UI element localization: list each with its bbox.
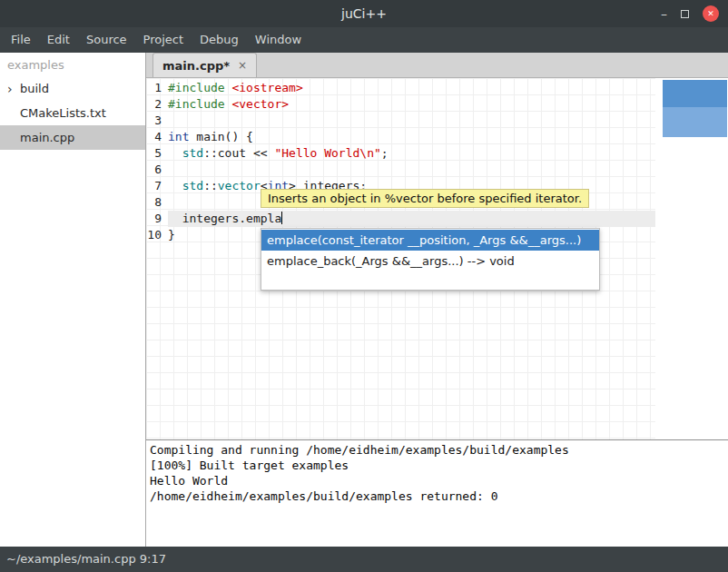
window-controls: –✕	[661, 0, 719, 27]
project-name-label: examples	[0, 53, 145, 76]
code-line-6[interactable]: 6	[146, 162, 655, 178]
code-line-9[interactable]: 9 integers.empla	[146, 211, 655, 227]
code-line-1[interactable]: 1#include <iostream>	[146, 80, 655, 96]
tab-close-icon[interactable]: ×	[238, 59, 247, 72]
maximize-button[interactable]	[681, 10, 689, 18]
chevron-right-icon: ›	[7, 83, 20, 95]
line-number: 1	[146, 80, 168, 96]
tree-item-label: CMakeLists.txt	[20, 106, 106, 120]
code-line-3[interactable]: 3	[146, 113, 655, 129]
code-token: int	[168, 130, 189, 143]
code-token: main() {	[189, 130, 252, 143]
statusbar: ~/examples/main.cpp 9:17	[0, 547, 728, 572]
juci-window: juCi++ –✕ FileEditSourceProjectDebugWind…	[0, 0, 728, 572]
code-text	[168, 162, 655, 178]
scroll-overview-bottom	[663, 107, 727, 137]
line-number: 8	[146, 194, 168, 211]
code-text	[168, 113, 655, 129]
code-token: <vector>	[231, 97, 289, 111]
code-area[interactable]: 1#include <iostream>2#include <vector>34…	[146, 80, 655, 243]
code-token: "Hello World\n"	[274, 146, 380, 160]
code-text: #include <vector>	[168, 96, 655, 113]
terminal-line-1: [100%] Built target examples	[150, 458, 724, 473]
tree-item-label: build	[20, 82, 49, 95]
terminal-output[interactable]: Compiling and running /home/eidheim/exam…	[146, 439, 728, 547]
menu-item-file[interactable]: File	[3, 27, 39, 53]
line-number: 2	[146, 96, 168, 113]
code-token	[168, 146, 182, 160]
tabbar: main.cpp*×	[146, 53, 728, 78]
code-line-5[interactable]: 5 std::cout << "Hello World\n";	[146, 145, 655, 162]
line-number: 5	[146, 145, 168, 162]
code-token: std	[182, 146, 203, 160]
code-text: std::cout << "Hello World\n";	[168, 145, 655, 162]
code-token: std	[182, 179, 203, 192]
line-number: 4	[146, 129, 168, 145]
menubar: FileEditSourceProjectDebugWindow	[0, 27, 728, 53]
code-token: ::cout <<	[203, 146, 274, 160]
code-token: ::	[203, 179, 218, 192]
completion-popup: emplace(const_iterator __position, _Args…	[261, 228, 600, 291]
line-number: 7	[146, 178, 168, 194]
status-file-position: ~/examples/main.cpp 9:17	[6, 552, 166, 566]
code-token: #include	[168, 97, 231, 111]
menu-item-debug[interactable]: Debug	[192, 27, 247, 53]
line-number: 10	[146, 227, 168, 243]
code-token: }	[168, 228, 175, 242]
tree-item-label: main.cpp	[20, 131, 74, 144]
file-panel: examples ›buildCMakeLists.txtmain.cpp	[0, 53, 146, 547]
code-text: int main() {	[168, 129, 655, 145]
code-text: #include <iostream>	[168, 80, 655, 96]
terminal-line-2: Hello World	[150, 473, 724, 488]
text-cursor	[281, 212, 282, 224]
file-tree: ›buildCMakeLists.txtmain.cpp	[0, 76, 145, 150]
tree-item-build[interactable]: ›build	[0, 76, 145, 101]
menu-item-window[interactable]: Window	[247, 27, 310, 53]
menu-item-project[interactable]: Project	[135, 27, 192, 53]
tree-item-main-cpp[interactable]: main.cpp	[0, 125, 145, 150]
line-number: 3	[146, 113, 168, 129]
menu-item-edit[interactable]: Edit	[39, 27, 78, 53]
editor[interactable]: 1#include <iostream>2#include <vector>34…	[146, 78, 728, 439]
scroll-overview-top	[663, 80, 727, 107]
tab-label: main.cpp*	[162, 59, 230, 73]
close-button[interactable]: ✕	[703, 5, 719, 22]
window-title: juCi++	[341, 6, 387, 21]
code-token: <iostream>	[231, 81, 302, 94]
code-token	[168, 179, 182, 192]
terminal-line-0: Compiling and running /home/eidheim/exam…	[150, 442, 724, 458]
code-line-4[interactable]: 4int main() {	[146, 129, 655, 145]
code-token: ;	[381, 146, 389, 160]
line-number: 9	[146, 211, 168, 227]
minimize-button[interactable]: –	[661, 7, 667, 20]
code-line-2[interactable]: 2#include <vector>	[146, 96, 655, 113]
line-number: 6	[146, 162, 168, 178]
terminal-line-3: /home/eidheim/examples/build/examples re…	[150, 488, 724, 504]
code-token: #include	[168, 81, 231, 94]
scroll-overview[interactable]	[663, 80, 727, 137]
code-token: vector	[218, 179, 261, 192]
code-text: integers.empla	[168, 211, 655, 227]
code-token: integers.empla	[168, 212, 281, 225]
completion-item-0[interactable]: emplace(const_iterator __position, _Args…	[261, 230, 599, 251]
tree-item-cmakelists-txt[interactable]: CMakeLists.txt	[0, 101, 145, 125]
titlebar: juCi++ –✕	[0, 0, 728, 27]
tab-main-cpp[interactable]: main.cpp*×	[152, 53, 257, 77]
doc-tooltip: Inserts an object in %vector before spec…	[261, 189, 589, 208]
menu-item-source[interactable]: Source	[78, 27, 135, 53]
completion-item-1[interactable]: emplace_back(_Args &&__args...) --> void	[261, 251, 599, 271]
